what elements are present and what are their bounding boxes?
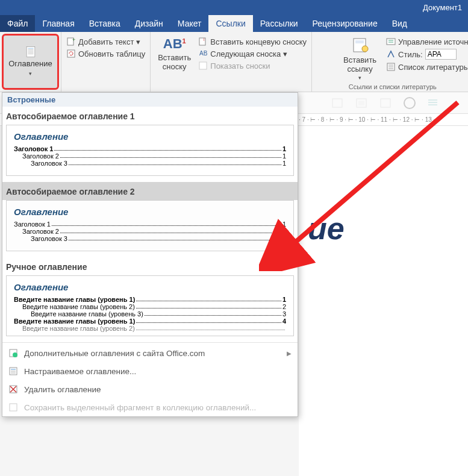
tab-mailings[interactable]: Рассылки <box>253 15 305 32</box>
document-title: Документ1 <box>423 3 462 12</box>
chevron-down-icon: ▾ <box>358 75 361 81</box>
endnote-icon: i <box>198 37 208 46</box>
add-text-icon: + <box>66 37 76 46</box>
svg-point-31 <box>13 352 17 357</box>
document-area[interactable]: ие <box>299 126 468 476</box>
ghost-icon <box>331 96 345 110</box>
show-notes-button[interactable]: Показать сноски <box>196 60 309 71</box>
toc-gallery: Встроенные Автособираемое оглавление 1 О… <box>2 92 298 417</box>
insert-citation-button[interactable]: Вставить ссылку ▾ <box>339 34 381 90</box>
citation-icon <box>351 36 369 54</box>
title-bar: Документ1 <box>0 0 468 15</box>
toc-button-label: Оглавление <box>8 59 52 68</box>
manage-sources-icon <box>386 37 396 46</box>
show-notes-icon <box>198 61 208 70</box>
document-text-fragment: ие <box>308 210 468 246</box>
chevron-down-icon: ▾ <box>283 49 287 58</box>
ghost-icon <box>379 96 393 110</box>
style-selector[interactable]: Стиль: <box>384 48 468 60</box>
remove-toc-icon <box>8 384 18 394</box>
svg-rect-39 <box>10 404 17 411</box>
svg-rect-25 <box>358 101 364 105</box>
tab-view[interactable]: Вид <box>385 15 414 32</box>
ribbon: Оглавление ▾ + Добавить текст ▾ Обновить… <box>0 32 468 92</box>
ghost-circle-icon <box>404 97 416 109</box>
tab-insert[interactable]: Вставка <box>82 15 128 32</box>
style-input[interactable] <box>425 49 457 60</box>
menu-remove-toc[interactable]: Удалить оглавление <box>2 380 298 398</box>
chevron-down-icon: ▾ <box>29 70 32 77</box>
update-table-button[interactable]: Обновить таблицу <box>64 48 148 59</box>
gallery-category-auto2[interactable]: Автособираемое оглавление 2 <box>2 182 298 200</box>
ghost-icon <box>355 96 369 110</box>
svg-rect-26 <box>381 99 390 107</box>
svg-rect-23 <box>332 99 342 107</box>
chevron-right-icon: ▶ <box>287 350 292 357</box>
svg-point-15 <box>362 46 368 52</box>
menu-custom-toc[interactable]: Настраиваемое оглавление... <box>2 362 298 380</box>
manage-sources-button[interactable]: Управление источн <box>384 36 468 47</box>
gallery-preview-auto2[interactable]: Оглавление Заголовок 11 Заголовок 21 Заг… <box>6 200 294 251</box>
svg-text:AB: AB <box>199 50 208 57</box>
gallery-category-auto1[interactable]: Автособираемое оглавление 1 <box>2 107 298 125</box>
add-text-button[interactable]: + Добавить текст ▾ <box>64 36 148 47</box>
office-icon <box>8 348 18 358</box>
ribbon-tabs: Файл Главная Вставка Дизайн Макет Ссылки… <box>0 15 468 32</box>
svg-rect-14 <box>355 40 364 43</box>
style-icon <box>386 49 396 59</box>
toc-button[interactable]: Оглавление ▾ <box>2 34 59 90</box>
tab-file[interactable]: Файл <box>0 15 35 32</box>
tab-review[interactable]: Рецензирование <box>305 15 385 32</box>
svg-rect-12 <box>199 62 207 69</box>
gallery-category-manual[interactable]: Ручное оглавление <box>2 257 298 275</box>
bibliography-icon <box>386 62 396 72</box>
group-label: Ссылки и списки литературь <box>312 83 468 90</box>
update-icon <box>66 49 76 58</box>
insert-footnote-button[interactable]: AB1 Вставить сноску <box>153 34 196 81</box>
next-footnote-icon: AB <box>198 49 208 58</box>
tab-layout[interactable]: Макет <box>170 15 209 32</box>
next-footnote-button[interactable]: AB Следующая сноска ▾ <box>196 48 309 59</box>
tab-design[interactable]: Дизайн <box>128 15 170 32</box>
ghost-icon <box>426 96 440 110</box>
gallery-section-builtin: Встроенные <box>2 93 298 107</box>
save-selection-icon <box>8 402 18 412</box>
ab-icon: AB1 <box>163 36 186 52</box>
gallery-preview-auto1[interactable]: Оглавление Заголовок 11 Заголовок 21 Заг… <box>6 125 294 176</box>
svg-rect-8 <box>67 50 75 57</box>
tab-home[interactable]: Главная <box>35 15 81 32</box>
custom-toc-icon <box>8 366 18 376</box>
gallery-preview-manual[interactable]: Оглавление Введите название главы (урове… <box>6 275 294 336</box>
menu-save-selection: Сохранить выделенный фрагмент в коллекци… <box>2 398 298 416</box>
menu-more-office[interactable]: Дополнительные оглавления с сайта Office… <box>2 344 298 362</box>
svg-text:+: + <box>72 37 75 43</box>
chevron-down-icon: ▾ <box>136 37 140 46</box>
toc-icon <box>26 47 36 57</box>
bibliography-button[interactable]: Список литературь <box>384 61 468 72</box>
svg-rect-16 <box>387 39 395 45</box>
tab-references[interactable]: Ссылки <box>208 15 252 32</box>
insert-endnote-button[interactable]: i Вставить концевую сноску <box>196 36 309 47</box>
